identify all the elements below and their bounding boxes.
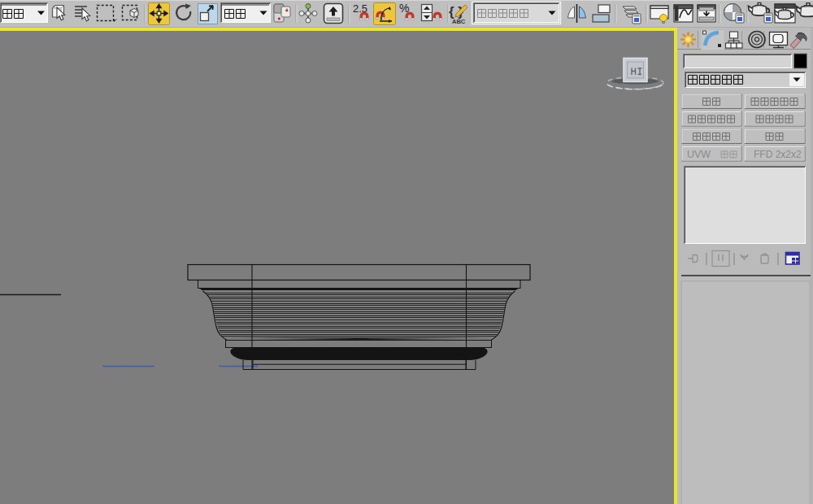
svg-text:UVW: UVW <box>687 149 711 160</box>
svg-text:FFD 2x2x2: FFD 2x2x2 <box>754 149 802 160</box>
